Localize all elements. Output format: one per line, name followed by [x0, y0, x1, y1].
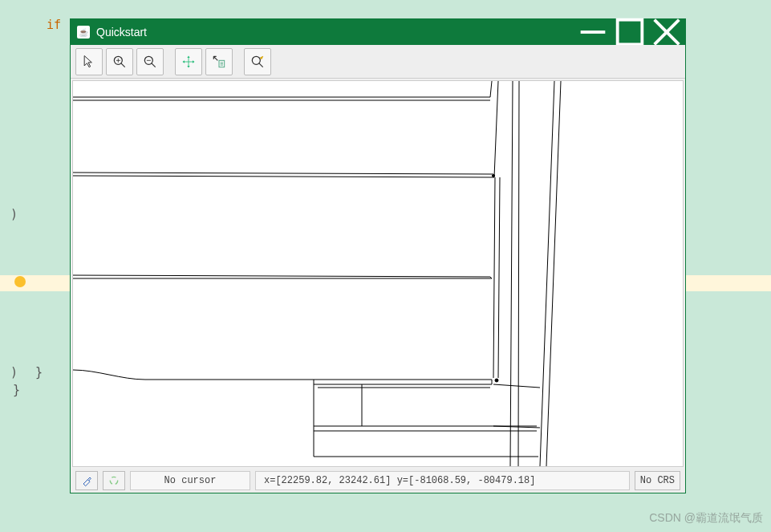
coordinates-readout: x=[22259.82, 23242.61] y=[-81068.59, -80…	[255, 471, 630, 490]
titlebar[interactable]: Quickstart	[71, 19, 685, 45]
quickstart-window: Quickstart	[70, 18, 686, 493]
toolbar	[71, 45, 685, 79]
svg-line-18	[259, 63, 263, 67]
maximize-button[interactable]	[611, 19, 648, 45]
svg-point-19	[495, 379, 498, 382]
code-keyword-if: if	[47, 18, 61, 32]
map-canvas[interactable]	[72, 80, 684, 467]
zoom-out-button[interactable]	[136, 48, 164, 75]
svg-line-5	[121, 63, 125, 67]
code-brace: }	[35, 365, 43, 380]
cursor-status: No cursor	[130, 471, 250, 490]
watermark-text: CSDN @霸道流氓气质	[649, 511, 763, 526]
pointer-tool-button[interactable]	[75, 48, 103, 75]
svg-line-9	[152, 63, 156, 67]
svg-point-20	[493, 175, 495, 177]
svg-rect-1	[618, 20, 643, 45]
crs-button[interactable]: No CRS	[635, 471, 680, 490]
close-button[interactable]	[648, 19, 685, 45]
svg-point-21	[110, 477, 117, 484]
code-paren: )	[10, 207, 18, 221]
minimize-button[interactable]	[574, 19, 611, 45]
code-paren: )	[10, 365, 18, 380]
info-tool-button[interactable]	[244, 48, 271, 75]
lightbulb-icon[interactable]	[14, 276, 26, 287]
statusbar: No cursor x=[22259.82, 23242.61] y=[-810…	[71, 469, 685, 493]
window-title: Quickstart	[96, 26, 147, 39]
zoom-extent-button[interactable]	[205, 48, 233, 75]
zoom-in-button[interactable]	[106, 48, 133, 75]
settings-button[interactable]	[75, 471, 98, 490]
java-app-icon	[77, 26, 90, 39]
pan-button[interactable]	[175, 48, 202, 75]
map-svg	[73, 81, 683, 466]
code-brace: }	[13, 383, 20, 397]
progress-indicator	[103, 471, 125, 490]
